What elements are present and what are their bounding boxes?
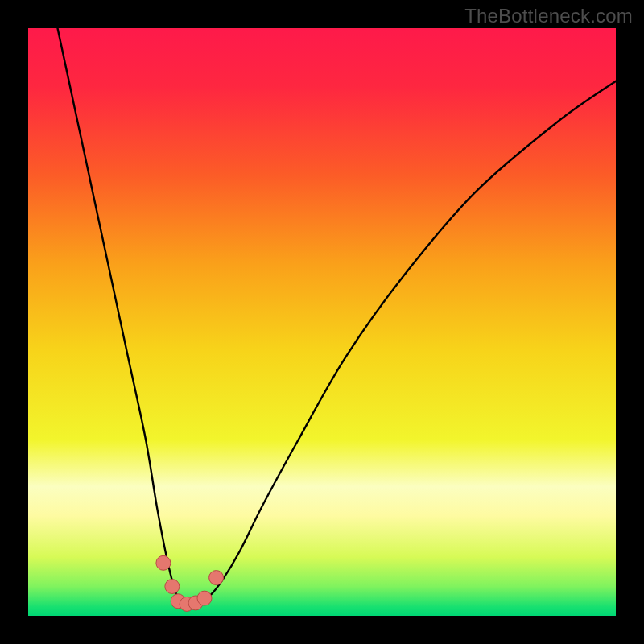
marker-point <box>156 555 171 570</box>
marker-point <box>209 571 224 585</box>
chart-stage: TheBottleneck.com <box>0 0 644 644</box>
marker-point <box>197 591 212 605</box>
bottleneck-curve <box>58 28 617 605</box>
highlight-markers <box>156 555 224 611</box>
watermark-label: TheBottleneck.com <box>464 5 633 27</box>
marker-point <box>165 580 180 594</box>
curve-layer <box>28 28 616 616</box>
plot-area <box>28 28 616 616</box>
